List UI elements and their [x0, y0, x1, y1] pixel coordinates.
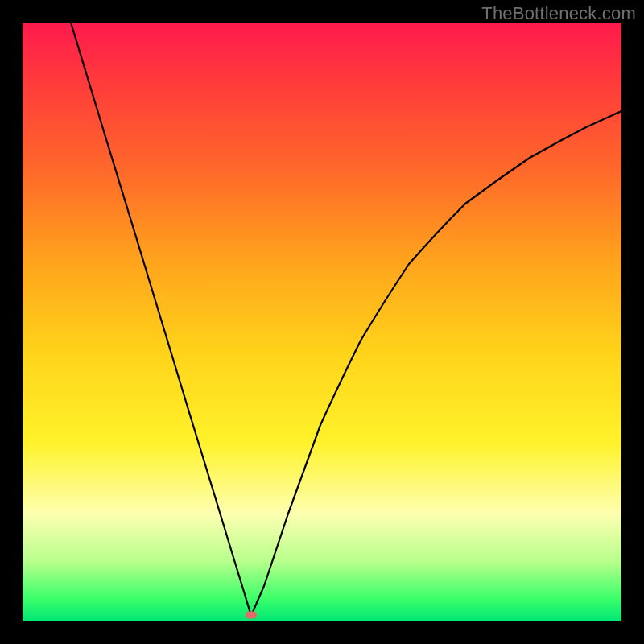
bottleneck-curve [23, 23, 621, 621]
watermark-text: TheBottleneck.com [481, 3, 636, 24]
minimum-marker [246, 612, 257, 619]
chart-frame: TheBottleneck.com [0, 0, 644, 644]
plot-area [23, 23, 621, 621]
curve-path [71, 23, 621, 616]
